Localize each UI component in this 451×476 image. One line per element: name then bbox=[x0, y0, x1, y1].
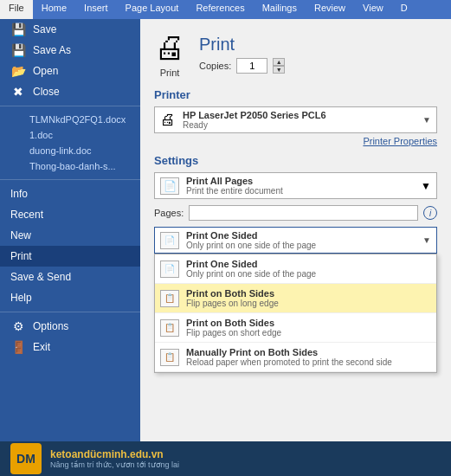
ribbon: File Home Insert Page Layout References … bbox=[0, 0, 451, 19]
duplex-onesided-icon: 📄 bbox=[160, 261, 179, 278]
footer-text: ketoandücminh.edu.vn Nâng tầm trí thức, … bbox=[50, 448, 179, 469]
ribbon-tab-references[interactable]: References bbox=[187, 0, 253, 19]
duplex-option-2[interactable]: 📋 Print on Both Sides Flip pages on shor… bbox=[155, 313, 436, 343]
printer-select[interactable]: 🖨 HP LaserJet P2050 Series PCL6 Ready ▼ bbox=[154, 106, 437, 133]
duplex-onesided-info: Print One Sided Only print on one side o… bbox=[186, 259, 431, 279]
print-content: 🖨 Print Print Copies: ▲ ▼ Printer 🖨 bbox=[140, 19, 451, 441]
sidebar-item-save[interactable]: 💾 Save bbox=[0, 19, 140, 40]
close-icon: ✖ bbox=[10, 86, 26, 98]
sidebar-item-print[interactable]: Print bbox=[0, 246, 140, 267]
print-all-select[interactable]: 📄 Print All Pages Print the entire docum… bbox=[154, 172, 437, 199]
printer-icon: 🖨 bbox=[154, 29, 185, 66]
sidebar: 💾 Save 💾 Save As 📂 Open ✖ Close TLMNkdPQ… bbox=[0, 19, 140, 441]
footer-domain: ketoandücminh.edu.vn bbox=[50, 448, 179, 460]
duplex-option-3[interactable]: 📋 Manually Print on Both Sides Reload pa… bbox=[155, 343, 436, 372]
sidebar-item-help[interactable]: Help bbox=[0, 287, 140, 308]
sidebar-item-close[interactable]: ✖ Close bbox=[0, 81, 140, 102]
duplex-selected[interactable]: 📄 Print One Sided Only print on one side… bbox=[154, 227, 437, 254]
duplex-selected-info: Print One Sided Only print on one side o… bbox=[186, 230, 416, 250]
copies-row: Copies: ▲ ▼ bbox=[199, 58, 285, 74]
sidebar-item-options[interactable]: ⚙ Options bbox=[0, 316, 140, 337]
duplex-bothlong-icon: 📋 bbox=[160, 290, 179, 307]
pages-info-icon[interactable]: i bbox=[423, 206, 437, 220]
recent-file-1[interactable]: 1.doc bbox=[0, 127, 140, 143]
ribbon-tab-mailings[interactable]: Mailings bbox=[254, 0, 306, 19]
duplex-bothshort-icon: 📋 bbox=[160, 319, 179, 337]
recent-file-2[interactable]: duong-link.doc bbox=[0, 143, 140, 158]
ribbon-tab-d[interactable]: D bbox=[392, 0, 416, 19]
footer-slogan: Nâng tầm trí thức, vươn tới tương lai bbox=[50, 460, 179, 469]
printer-properties-link[interactable]: Printer Properties bbox=[154, 135, 437, 147]
sidebar-item-info[interactable]: Info bbox=[0, 183, 140, 204]
ribbon-tab-insert[interactable]: Insert bbox=[75, 0, 117, 19]
settings-section-label: Settings bbox=[140, 151, 451, 169]
pages-input[interactable] bbox=[189, 205, 418, 221]
sidebar-item-open[interactable]: 📂 Open bbox=[0, 61, 140, 81]
sidebar-item-saveas[interactable]: 💾 Save As bbox=[0, 40, 140, 61]
recent-file-0[interactable]: TLMNkdPQ2FQ1.docx bbox=[0, 112, 140, 127]
copies-increment[interactable]: ▲ bbox=[273, 58, 285, 66]
ribbon-tab-file[interactable]: File bbox=[0, 0, 33, 19]
footer-logo: DM bbox=[10, 443, 42, 474]
ribbon-tab-home[interactable]: Home bbox=[33, 0, 75, 19]
print-header: 🖨 Print Print Copies: ▲ ▼ bbox=[140, 19, 451, 85]
saveas-icon: 💾 bbox=[10, 44, 26, 56]
printer-info: HP LaserJet P2050 Series PCL6 Ready bbox=[183, 110, 416, 130]
printer-row: 🖨 HP LaserJet P2050 Series PCL6 Ready ▼ … bbox=[154, 106, 437, 147]
ribbon-tab-pagelayout[interactable]: Page Layout bbox=[117, 0, 188, 19]
printer-section-label: Printer bbox=[140, 85, 451, 103]
sidebar-item-exit[interactable]: 🚪 Exit bbox=[0, 337, 140, 357]
print-button[interactable]: 🖨 Print bbox=[154, 29, 185, 78]
main-layout: 💾 Save 💾 Save As 📂 Open ✖ Close TLMNkdPQ… bbox=[0, 19, 451, 441]
duplex-selected-icon: 📄 bbox=[160, 232, 179, 249]
footer: DM ketoandücminh.edu.vn Nâng tầm trí thứ… bbox=[0, 441, 451, 476]
duplex-bothshort-info: Print on Both Sides Flip pages on short … bbox=[186, 318, 431, 338]
sidebar-item-new[interactable]: New bbox=[0, 225, 140, 246]
duplex-manual-info: Manually Print on Both Sides Reload pape… bbox=[186, 347, 431, 367]
print-all-info: Print All Pages Print the entire documen… bbox=[186, 176, 414, 196]
exit-icon: 🚪 bbox=[10, 341, 26, 353]
sidebar-item-savesend[interactable]: Save & Send bbox=[0, 267, 140, 287]
ribbon-tab-view[interactable]: View bbox=[354, 0, 392, 19]
pages-row: Pages: i bbox=[140, 203, 451, 223]
copies-input[interactable] bbox=[236, 58, 267, 74]
print-all-arrow: ▼ bbox=[421, 180, 431, 192]
sidebar-item-recent[interactable]: Recent bbox=[0, 204, 140, 225]
copies-decrement[interactable]: ▼ bbox=[273, 66, 285, 74]
copies-spinner: ▲ ▼ bbox=[273, 58, 285, 74]
options-icon: ⚙ bbox=[10, 320, 26, 332]
recent-files: TLMNkdPQ2FQ1.docx 1.doc duong-link.doc T… bbox=[0, 110, 140, 176]
duplex-menu: 📄 Print One Sided Only print on one side… bbox=[154, 254, 437, 373]
recent-file-3[interactable]: Thong-bao-danh-s... bbox=[0, 158, 140, 174]
duplex-manual-icon: 📋 bbox=[160, 349, 179, 366]
duplex-option-1[interactable]: 📋 Print on Both Sides Flip pages on long… bbox=[155, 284, 436, 313]
printer-dropdown-arrow: ▼ bbox=[422, 115, 431, 125]
save-icon: 💾 bbox=[10, 23, 26, 35]
print-title-section: Print Copies: ▲ ▼ bbox=[199, 35, 285, 74]
printer-device-icon: 🖨 bbox=[160, 111, 176, 129]
duplex-dropdown: 📄 Print One Sided Only print on one side… bbox=[154, 227, 437, 254]
duplex-arrow: ▼ bbox=[422, 235, 431, 245]
open-icon: 📂 bbox=[10, 65, 26, 77]
duplex-option-0[interactable]: 📄 Print One Sided Only print on one side… bbox=[155, 254, 436, 284]
duplex-bothlong-info: Print on Both Sides Flip pages on long e… bbox=[186, 288, 431, 308]
print-all-icon: 📄 bbox=[160, 177, 179, 195]
settings-row: 📄 Print All Pages Print the entire docum… bbox=[154, 172, 437, 199]
ribbon-tab-review[interactable]: Review bbox=[306, 0, 354, 19]
